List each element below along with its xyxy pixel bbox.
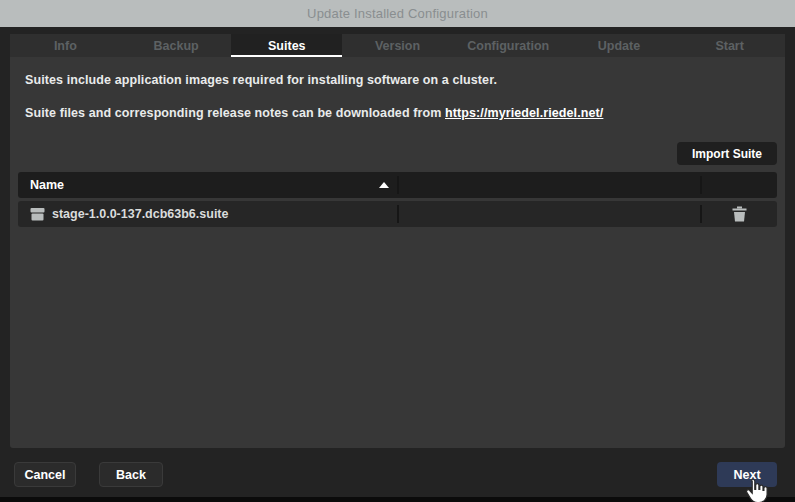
download-note: Suite files and corresponding release no… — [25, 106, 765, 120]
back-button[interactable]: Back — [99, 462, 163, 487]
tab-start[interactable]: Start — [674, 34, 785, 57]
tab-suites[interactable]: Suites — [231, 34, 342, 57]
name-column-label: Name — [30, 178, 64, 192]
tab-update[interactable]: Update — [564, 34, 675, 57]
import-suite-button[interactable]: Import Suite — [677, 142, 777, 165]
empty-column-header — [399, 172, 700, 198]
tab-info[interactable]: Info — [10, 34, 121, 57]
trash-icon — [732, 206, 747, 222]
wizard-tabbar: Info Backup Suites Version Configuration… — [10, 34, 785, 57]
cancel-button[interactable]: Cancel — [14, 462, 76, 487]
myriedel-link[interactable]: https://myriedel.riedel.net/ — [445, 106, 603, 120]
suites-panel: Suites include application images requir… — [10, 57, 785, 448]
suite-action-cell — [702, 201, 777, 227]
action-column-header — [702, 172, 777, 198]
next-button[interactable]: Next — [717, 462, 777, 487]
suite-name-cell: stage-1.0.0-137.dcb63b6.suite — [18, 201, 397, 227]
delete-suite-button[interactable] — [730, 204, 749, 224]
tab-version[interactable]: Version — [342, 34, 453, 57]
suite-file-name: stage-1.0.0-137.dcb63b6.suite — [52, 207, 228, 221]
update-configuration-dialog: Update Installed Configuration Info Back… — [0, 0, 795, 497]
suites-description: Suites include application images requir… — [25, 73, 765, 87]
suite-row[interactable]: stage-1.0.0-137.dcb63b6.suite — [18, 201, 777, 227]
suite-file-icon — [30, 207, 45, 221]
tab-backup[interactable]: Backup — [121, 34, 232, 57]
suite-table-header[interactable]: Name — [18, 172, 777, 198]
name-column-header[interactable]: Name — [18, 172, 397, 198]
tab-configuration[interactable]: Configuration — [453, 34, 564, 57]
sort-ascending-icon[interactable] — [379, 182, 389, 188]
dialog-title: Update Installed Configuration — [307, 6, 488, 21]
empty-cell — [399, 201, 700, 227]
dialog-titlebar: Update Installed Configuration — [0, 0, 795, 27]
